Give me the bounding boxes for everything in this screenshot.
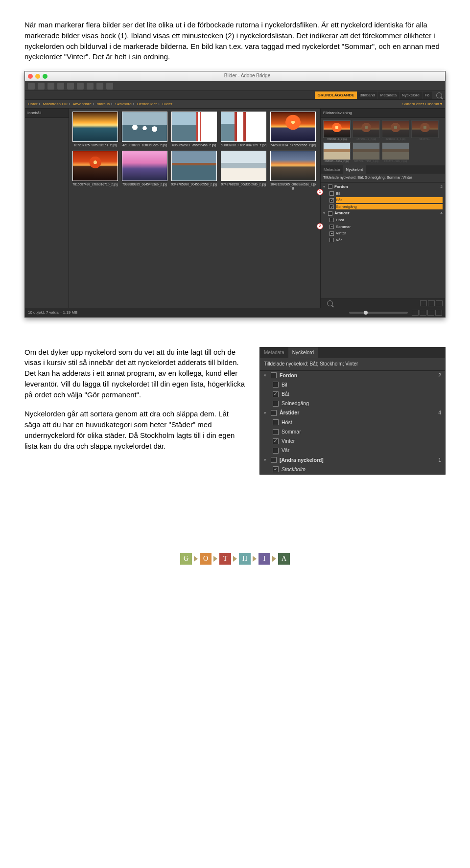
checkbox-icon[interactable] bbox=[329, 238, 334, 242]
keyword-item[interactable]: Bil bbox=[321, 190, 445, 197]
thumbnail-item[interactable]: 7993889925_0e454f83eb_z.jpg bbox=[121, 151, 168, 189]
thumbnail-item[interactable]: 6068652663_2f55fd645a_z.jpg bbox=[171, 112, 217, 147]
crumb-demobilder[interactable]: Demobilder bbox=[137, 102, 157, 106]
keyword-item[interactable]: Vinter bbox=[321, 230, 445, 237]
preview-thumb[interactable]: 974376...9db_z.jpg bbox=[382, 142, 409, 163]
crumb-disk[interactable]: Macintosh HD bbox=[43, 102, 67, 106]
keyword-panel-crop: Metadata Nyckelord Tilldelade nyckelord:… bbox=[259, 347, 446, 475]
checkbox-checked-icon[interactable] bbox=[273, 466, 279, 472]
checkbox-checked-icon[interactable] bbox=[329, 198, 334, 203]
checkbox-icon[interactable] bbox=[328, 184, 332, 189]
crumb-bilder[interactable]: Bilder bbox=[162, 102, 172, 106]
back-icon[interactable] bbox=[28, 83, 35, 90]
tab-filmstrip[interactable]: Bildband bbox=[357, 91, 377, 99]
thumbnail-item[interactable]: 7426883134_67725d655c_z.jpg bbox=[270, 112, 316, 147]
zoom-icon[interactable] bbox=[43, 74, 47, 79]
grid-view-icon[interactable] bbox=[412, 310, 419, 316]
keyword-item[interactable]: Båt bbox=[321, 197, 445, 204]
search-field[interactable] bbox=[436, 92, 442, 98]
keyword-item[interactable]: Höst bbox=[260, 418, 445, 427]
keyword-item-italic[interactable]: Stockholm bbox=[260, 465, 445, 474]
thumbnail-item[interactable]: 4218038799_10f03e0c26_z.jpg bbox=[121, 112, 168, 147]
tab-keywords-sub[interactable]: Nyckelord bbox=[343, 165, 366, 174]
thumbnail-size-slider[interactable] bbox=[349, 312, 408, 314]
crumb-desktop[interactable]: Skrivbord bbox=[115, 102, 132, 106]
checkbox-icon[interactable] bbox=[273, 419, 279, 425]
checkbox-checked-icon[interactable] bbox=[273, 391, 279, 397]
tab-metadata[interactable]: Metadata bbox=[378, 91, 399, 99]
keyword-item[interactable]: Höst bbox=[321, 217, 445, 224]
filename: 688705...7155_z.jpg bbox=[352, 160, 380, 163]
checkbox-icon[interactable] bbox=[273, 382, 279, 388]
thumbnail-item[interactable]: 9347705996_9045696558_z.jpg bbox=[171, 151, 217, 189]
checkbox-icon[interactable] bbox=[273, 429, 279, 435]
minimize-icon[interactable] bbox=[35, 74, 40, 79]
preview-thumb[interactable]: 688605...645a_z.jpg bbox=[323, 142, 351, 163]
tab-basic[interactable]: GRUNDLÄGGANDE bbox=[315, 91, 356, 99]
thumbnail-item[interactable]: 6888970613_b9570a71b5_z.jpg bbox=[220, 112, 267, 147]
refine-icon[interactable] bbox=[67, 83, 74, 90]
thumbnail-item[interactable]: 10481202065_c0639ac63e_z.jpg bbox=[270, 151, 316, 189]
checkbox-icon[interactable] bbox=[271, 410, 277, 416]
preview-thumb[interactable]: 421803...6_z.jpg bbox=[382, 120, 409, 141]
output-icon[interactable] bbox=[77, 83, 84, 90]
checkbox-icon[interactable] bbox=[328, 211, 332, 216]
delete-keyword-icon[interactable] bbox=[436, 300, 443, 306]
keyword-category[interactable]: ▾Årstider4 bbox=[321, 210, 445, 217]
tab-metadata-sub[interactable]: Metadata bbox=[321, 165, 343, 174]
tab-more[interactable]: Fö bbox=[423, 91, 432, 99]
forward-icon[interactable] bbox=[38, 83, 45, 90]
tab-keywords-sub2[interactable]: Nyckelord bbox=[288, 347, 318, 359]
keyword-category[interactable]: ▾Fordon2 bbox=[260, 371, 445, 380]
new-subkeyword-icon[interactable] bbox=[428, 300, 435, 306]
checkbox-icon[interactable] bbox=[271, 457, 277, 463]
list-view-icon[interactable] bbox=[427, 310, 434, 316]
thumbnail-item[interactable]: 9743768158_b6efd5d9db_z.jpg bbox=[220, 151, 267, 189]
crumb-computer[interactable]: Dator bbox=[28, 102, 38, 106]
keyword-item[interactable]: Solnedgång bbox=[260, 399, 445, 408]
tab-metadata-sub2[interactable]: Metadata bbox=[260, 347, 288, 359]
camera-icon[interactable] bbox=[57, 83, 64, 90]
preview-thumb[interactable]: 688705...7155_z.jpg bbox=[352, 142, 380, 163]
checkbox-mixed-icon[interactable] bbox=[329, 225, 334, 229]
tab-keywords[interactable]: Nyckelord bbox=[400, 91, 422, 99]
preview-thumb[interactable]: 934770... bbox=[411, 120, 439, 141]
checkbox-icon[interactable] bbox=[273, 401, 279, 407]
new-keyword-icon[interactable] bbox=[420, 300, 427, 306]
checkbox-checked-icon[interactable] bbox=[329, 205, 334, 209]
keyword-category[interactable]: ▾Fordon2 bbox=[321, 183, 445, 190]
preview-thumb[interactable]: 187297...1_z.jpg bbox=[352, 120, 380, 141]
checkbox-icon[interactable] bbox=[329, 218, 334, 222]
rotate-ccw-icon[interactable] bbox=[87, 83, 94, 90]
keyword-item[interactable]: Sommar bbox=[260, 427, 445, 436]
lock-view-icon[interactable] bbox=[420, 310, 426, 316]
window-controls[interactable] bbox=[28, 74, 47, 79]
keyword-category-other[interactable]: ▾[Andra nyckelord]1 bbox=[260, 456, 445, 465]
checkbox-icon[interactable] bbox=[329, 191, 334, 196]
keyword-item[interactable]: Sommar bbox=[321, 224, 445, 230]
keyword-category[interactable]: ▾Årstider4 bbox=[260, 408, 445, 417]
keyword-item[interactable]: Vinter bbox=[260, 436, 445, 446]
checkbox-icon[interactable] bbox=[273, 448, 279, 454]
keyword-item[interactable]: Båt bbox=[260, 389, 445, 399]
checkbox-icon[interactable] bbox=[271, 372, 277, 378]
thumbnail-item[interactable]: 187297125_90f581e151_z.jpg bbox=[72, 112, 118, 147]
crumb-user[interactable]: marcus bbox=[97, 102, 110, 106]
sort-dropdown[interactable]: Sortera efter Filnamn ▾ bbox=[402, 101, 442, 107]
rotate-cw-icon[interactable] bbox=[96, 83, 103, 90]
close-icon[interactable] bbox=[28, 74, 33, 79]
thumbnail-item[interactable]: 7815687498_c7bb31e71b_z.jpg bbox=[72, 151, 118, 189]
keyword-item[interactable]: Bil bbox=[260, 380, 445, 389]
preview-thumb[interactable]: 781568...b_z.jpg bbox=[323, 120, 351, 141]
keyword-item[interactable]: Vår bbox=[321, 237, 445, 244]
reveal-icon[interactable] bbox=[47, 83, 54, 90]
trash-icon[interactable] bbox=[106, 83, 113, 90]
keyword-item[interactable]: Solnedgång bbox=[321, 204, 445, 210]
crumb-users[interactable]: Användare bbox=[72, 102, 92, 106]
keyword-item[interactable]: Vår bbox=[260, 446, 445, 455]
checkbox-checked-icon[interactable] bbox=[273, 438, 279, 444]
keyword-search[interactable] bbox=[327, 300, 333, 306]
checkbox-mixed-icon[interactable] bbox=[329, 231, 334, 236]
details-view-icon[interactable] bbox=[435, 310, 442, 316]
breadcrumb[interactable]: Dator› Macintosh HD› Användare› marcus› … bbox=[28, 101, 172, 107]
